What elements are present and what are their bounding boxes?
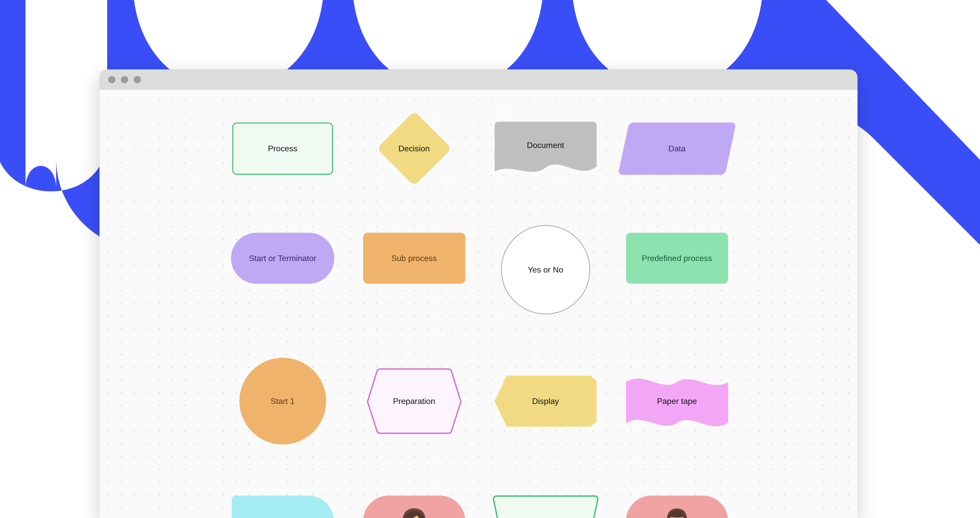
shape-start1[interactable]: Start 1 — [224, 358, 341, 445]
app-window: Process Decision Document Data — [100, 69, 858, 518]
trapezoid-icon — [492, 495, 599, 518]
shape-yes-or-no[interactable]: Yes or No — [487, 225, 604, 315]
paper-tape-icon — [626, 368, 728, 434]
shape-decision[interactable]: Decision — [356, 115, 472, 182]
shape-person-pill-1[interactable]: 👩 — [356, 488, 472, 518]
flowchart-canvas[interactable]: Process Decision Document Data — [100, 90, 858, 518]
person-man-icon: 👨 — [662, 509, 692, 518]
shape-predefined-process[interactable]: Predefined process — [619, 225, 735, 291]
window-minimize-button[interactable] — [121, 76, 128, 83]
shape-paper-tape[interactable]: Paper tape — [619, 358, 735, 445]
shape-subprocess[interactable]: Sub process — [356, 225, 472, 291]
shape-manual-operation[interactable]: Manual operation — [487, 488, 604, 518]
shape-document[interactable]: Document — [487, 115, 604, 182]
shape-data[interactable]: Data — [619, 115, 735, 182]
shape-person-pill-2[interactable]: 👨 — [619, 488, 735, 518]
shape-grid: Process Decision Document Data — [224, 115, 735, 518]
person-woman-icon: 👩 — [399, 509, 429, 518]
shape-display[interactable]: Display — [487, 358, 604, 445]
window-maximize-button[interactable] — [134, 76, 141, 83]
shape-preparation[interactable]: Preparation — [356, 358, 472, 445]
window-titlebar — [100, 69, 858, 90]
hexagon-icon — [367, 368, 461, 434]
document-icon — [495, 119, 597, 178]
shape-process[interactable]: Process — [224, 115, 341, 182]
shape-terminator[interactable]: Start or Terminator — [224, 225, 341, 291]
window-close-button[interactable] — [108, 76, 115, 83]
shape-delay[interactable]: Delay — [224, 488, 341, 518]
